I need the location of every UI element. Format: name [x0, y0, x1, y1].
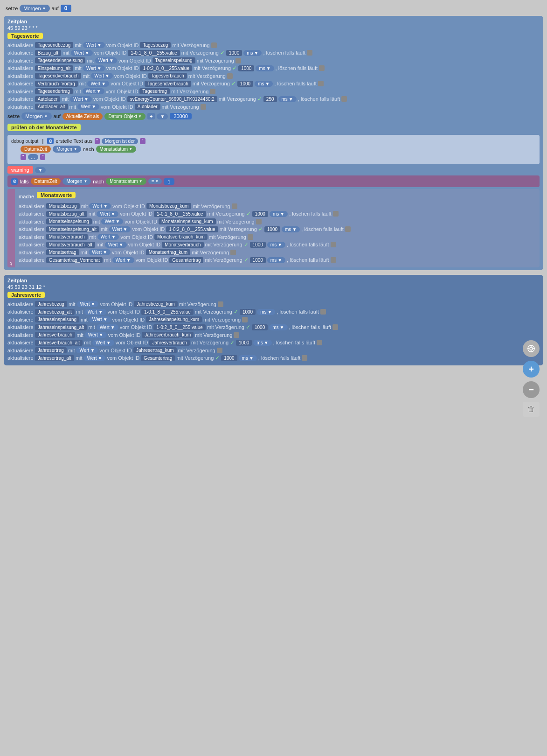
checkbox-4b[interactable] [319, 65, 325, 71]
checkbox-6b[interactable] [318, 81, 324, 86]
minus-zoom-btn[interactable]: − [523, 381, 540, 398]
num-1000-j8[interactable]: 1000 [221, 355, 237, 361]
num-1000-j2[interactable]: 1000 [240, 309, 256, 315]
wert-dropdown-5[interactable]: Wert ▼ [91, 73, 113, 79]
checkmark-j6[interactable]: ✓ [230, 339, 235, 346]
num-1000-m2[interactable]: 1000 [252, 211, 268, 217]
checkbox-3[interactable] [235, 58, 241, 63]
checkbox-m8b[interactable] [331, 257, 336, 263]
ms-dd-j4[interactable]: ms ▼ [269, 324, 287, 330]
checkmark-m6[interactable]: ✓ [244, 241, 249, 248]
target-icon-btn[interactable] [523, 340, 540, 357]
ms-dd-j6[interactable]: ms ▼ [253, 340, 271, 346]
falls-icon[interactable]: ⚙ [11, 178, 18, 185]
checkbox-7[interactable] [210, 89, 215, 94]
wert-dd-m6[interactable]: Wert ▼ [105, 242, 127, 248]
wert-dropdown-9[interactable]: Wert ▼ [77, 104, 99, 110]
checkbox-j3[interactable] [242, 317, 248, 322]
checkbox-j4b[interactable] [332, 324, 338, 330]
checkbox-m1[interactable] [232, 203, 237, 209]
morgen-pill-2[interactable]: Morgen ▼ [21, 112, 51, 120]
ms-dropdown-8[interactable]: ms ▼ [278, 96, 297, 102]
num-1000-m8[interactable]: 1000 [250, 257, 266, 263]
checkbox-2b[interactable] [307, 50, 312, 56]
checkmark-j8[interactable]: ✓ [215, 355, 220, 361]
checkbox-j2b[interactable] [320, 309, 326, 315]
wert-dd-j7[interactable]: Wert ▼ [76, 347, 98, 353]
wert-dropdown-6[interactable]: Wert ▼ [87, 81, 109, 87]
ms-dd-j2[interactable]: ms ▼ [257, 309, 275, 315]
checkbox-m3[interactable] [256, 219, 262, 224]
wert-dd-j2[interactable]: Wert ▼ [84, 309, 106, 315]
morgen-dropdown-arrow[interactable]: ▼ [42, 7, 46, 11]
wert-dd-j8[interactable]: Wert ▼ [84, 355, 106, 361]
wert-dd-m7[interactable]: Wert ▼ [89, 249, 111, 255]
gear-icon-debug[interactable]: ⚙ [47, 138, 54, 144]
wert-dd-j1[interactable]: Wert ▼ [77, 301, 99, 307]
ms-dd-m8[interactable]: ms ▼ [267, 257, 285, 263]
checkmark-6[interactable]: ✓ [231, 80, 236, 87]
checkmark-m2[interactable]: ✓ [246, 210, 251, 217]
checkbox-m2b[interactable] [333, 211, 339, 217]
ms-dd-j8[interactable]: ms ▼ [239, 355, 257, 361]
morgen-pill[interactable]: Morgen ▼ [20, 5, 49, 12]
wert-dropdown-1[interactable]: Wert ▼ [83, 42, 105, 48]
wert-dd-j5[interactable]: Wert ▼ [85, 332, 107, 338]
checkbox-j8b[interactable] [302, 355, 307, 361]
checkbox-j5[interactable] [234, 332, 239, 338]
checkmark-4[interactable]: ✓ [232, 65, 237, 71]
datum-objekt-pill[interactable]: Datum-Objekt ▼ [104, 113, 145, 120]
checkbox-j1[interactable] [218, 301, 223, 307]
checkmark-8[interactable]: ✓ [257, 96, 262, 102]
ms-dropdown-4[interactable]: ms ▼ [256, 65, 274, 71]
checkbox-9[interactable] [201, 104, 206, 110]
num-1000-2[interactable]: 1000 [226, 50, 242, 56]
wert-dropdown-7[interactable]: Wert ▼ [83, 88, 104, 94]
monatsdatum-pill-1[interactable]: Monatsdatum ▼ [96, 146, 137, 153]
wert-dd-m8[interactable]: Wert ▼ [112, 257, 134, 263]
checkbox-5[interactable] [227, 73, 233, 79]
checkbox-j6b[interactable] [317, 340, 322, 345]
wert-dd-m1[interactable]: Wert ▼ [89, 203, 111, 209]
ms-dropdown-6[interactable]: ms ▼ [255, 81, 273, 87]
num-20000[interactable]: 20000 [170, 113, 192, 119]
wert-dd-j4[interactable]: Wert ▼ [97, 324, 118, 330]
plus-btn[interactable]: + [147, 113, 155, 119]
ms-dd-m2[interactable]: ms ▼ [270, 211, 288, 217]
morgen-falls-pill[interactable]: Morgen ▼ [62, 178, 91, 185]
wert-dropdown-8[interactable]: Wert ▼ [70, 96, 92, 102]
ms-dropdown-2[interactable]: ms ▼ [243, 50, 262, 56]
checkmark-j2[interactable]: ✓ [234, 308, 238, 315]
trash-btn[interactable]: 🗑 [523, 402, 540, 417]
wert-dd-m5[interactable]: Wert ▼ [97, 234, 119, 240]
checkmark-2[interactable]: ✓ [220, 49, 225, 56]
wert-dd-m2[interactable]: Wert ▼ [97, 211, 118, 217]
num-1000-m4[interactable]: 1000 [264, 226, 280, 232]
warning-dropdown[interactable]: ▼ [35, 167, 46, 173]
zero-value[interactable]: 0 [61, 5, 71, 12]
checkmark-m4[interactable]: ✓ [258, 226, 263, 232]
wert-dropdown-3[interactable]: Wert ▼ [95, 57, 117, 63]
num-1000-j6[interactable]: 1000 [236, 340, 252, 346]
num-1000-j4[interactable]: 1000 [252, 324, 268, 330]
checkbox-m4b[interactable] [345, 226, 351, 232]
num-1000-4[interactable]: 1000 [238, 65, 254, 71]
checkbox-1[interactable] [211, 42, 217, 48]
checkmark-m8[interactable]: ✓ [244, 257, 249, 263]
plus-dropdown[interactable]: ▼ [157, 113, 168, 119]
wert-dd-j6[interactable]: Wert ▼ [92, 340, 114, 346]
checkmark-j4[interactable]: ✓ [246, 324, 250, 330]
num-250-8[interactable]: 250 [263, 96, 277, 102]
checkbox-j7[interactable] [217, 348, 222, 353]
eq-dropdown[interactable]: = ▼ [148, 178, 162, 184]
ms-dd-m6[interactable]: ms ▼ [267, 242, 285, 248]
wert-dd-j3[interactable]: Wert ▼ [89, 316, 111, 322]
ms-dd-m4[interactable]: ms ▼ [282, 226, 300, 232]
wert-dropdown-4[interactable]: Wert ▼ [83, 65, 105, 71]
wert-dd-m4[interactable]: Wert ▼ [109, 226, 131, 232]
morgen-pill-3[interactable]: Morgen ▼ [53, 146, 81, 153]
plus-zoom-btn[interactable]: + [523, 361, 540, 378]
wert-dropdown-2[interactable]: Wert ▼ [71, 50, 93, 56]
num-1000-6[interactable]: 1000 [237, 81, 253, 87]
checkbox-m5[interactable] [248, 234, 253, 240]
